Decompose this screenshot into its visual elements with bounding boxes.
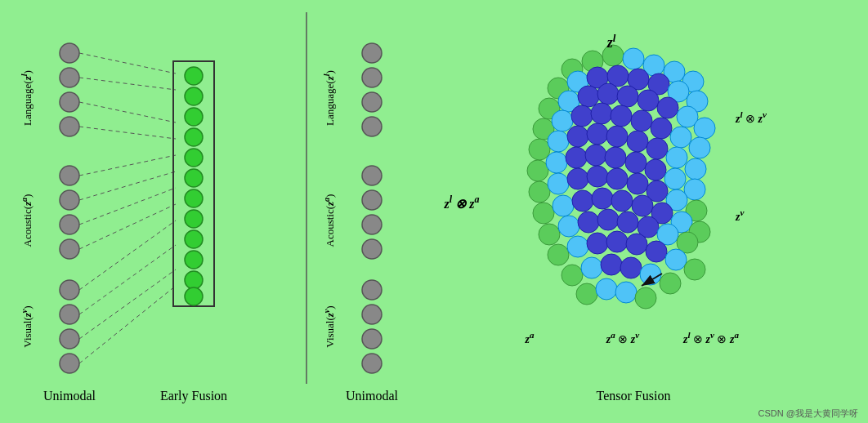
svg-point-33 bbox=[185, 128, 203, 146]
svg-point-138 bbox=[567, 236, 588, 257]
diagram-svg: Language(zl) Acoustic(za) Visual(zv) bbox=[0, 0, 868, 423]
svg-point-63 bbox=[623, 48, 644, 69]
svg-point-83 bbox=[694, 118, 715, 139]
svg-point-12 bbox=[60, 239, 79, 259]
svg-point-149 bbox=[640, 264, 661, 285]
svg-point-50 bbox=[362, 117, 382, 136]
svg-point-32 bbox=[185, 108, 203, 126]
svg-point-31 bbox=[185, 87, 203, 105]
svg-point-8 bbox=[60, 117, 79, 136]
svg-point-10 bbox=[60, 190, 79, 210]
svg-point-141 bbox=[626, 234, 647, 255]
svg-point-11 bbox=[60, 215, 79, 234]
svg-text:Unimodal: Unimodal bbox=[43, 389, 96, 403]
svg-point-91 bbox=[670, 127, 691, 148]
svg-point-36 bbox=[185, 189, 203, 207]
svg-point-39 bbox=[185, 251, 203, 269]
svg-point-9 bbox=[60, 166, 79, 185]
svg-point-16 bbox=[60, 354, 79, 373]
svg-point-125 bbox=[632, 195, 653, 216]
svg-point-107 bbox=[625, 152, 647, 173]
svg-point-85 bbox=[552, 110, 573, 131]
svg-point-14 bbox=[60, 305, 79, 324]
svg-text:Language(zl): Language(zl) bbox=[322, 70, 337, 126]
svg-point-151 bbox=[576, 283, 597, 305]
svg-point-57 bbox=[362, 329, 382, 349]
svg-point-51 bbox=[362, 166, 382, 185]
svg-point-40 bbox=[185, 271, 203, 289]
svg-point-90 bbox=[651, 118, 672, 139]
svg-text:zl
       ⊗ 
      za: zl ⊗ za bbox=[444, 194, 480, 211]
svg-point-99 bbox=[647, 138, 668, 159]
svg-point-129 bbox=[539, 224, 560, 245]
svg-point-130 bbox=[558, 216, 579, 237]
svg-point-106 bbox=[605, 147, 626, 168]
svg-point-142 bbox=[646, 241, 667, 262]
svg-point-131 bbox=[578, 212, 599, 233]
svg-point-102 bbox=[527, 160, 548, 181]
svg-point-146 bbox=[581, 257, 602, 278]
svg-point-94 bbox=[548, 131, 569, 152]
svg-point-47 bbox=[362, 43, 382, 63]
svg-point-80 bbox=[638, 90, 659, 111]
svg-point-88 bbox=[611, 105, 632, 127]
svg-point-87 bbox=[591, 103, 612, 124]
svg-point-147 bbox=[601, 254, 622, 275]
svg-text:Acoustic(za): Acoustic(za) bbox=[20, 194, 34, 247]
svg-point-79 bbox=[617, 86, 638, 107]
svg-point-143 bbox=[665, 249, 687, 270]
svg-point-154 bbox=[635, 287, 656, 309]
svg-point-111 bbox=[529, 181, 550, 203]
svg-point-115 bbox=[606, 168, 628, 189]
svg-point-53 bbox=[362, 215, 382, 234]
svg-point-150 bbox=[660, 273, 681, 294]
svg-point-122 bbox=[572, 190, 593, 212]
svg-point-148 bbox=[620, 257, 642, 278]
svg-point-54 bbox=[362, 239, 382, 259]
svg-point-5 bbox=[60, 43, 79, 63]
svg-text:Early Fusion: Early Fusion bbox=[160, 389, 227, 403]
svg-point-139 bbox=[587, 233, 608, 254]
svg-point-41 bbox=[185, 287, 203, 305]
svg-point-77 bbox=[578, 86, 599, 107]
svg-point-112 bbox=[548, 173, 569, 194]
svg-point-97 bbox=[606, 126, 628, 147]
svg-point-103 bbox=[546, 152, 567, 173]
svg-point-133 bbox=[617, 212, 638, 233]
svg-point-15 bbox=[60, 329, 79, 349]
svg-point-81 bbox=[657, 97, 678, 118]
svg-point-145 bbox=[562, 265, 583, 286]
svg-point-55 bbox=[362, 280, 382, 300]
svg-text:Acoustic(za): Acoustic(za) bbox=[322, 194, 337, 247]
svg-point-144 bbox=[684, 259, 705, 280]
svg-point-152 bbox=[596, 278, 617, 300]
svg-point-58 bbox=[362, 354, 382, 373]
svg-point-132 bbox=[597, 209, 619, 230]
svg-point-153 bbox=[615, 282, 637, 303]
svg-point-140 bbox=[606, 231, 628, 252]
svg-point-95 bbox=[567, 126, 588, 147]
svg-point-56 bbox=[362, 305, 382, 324]
svg-point-109 bbox=[664, 168, 686, 189]
svg-point-7 bbox=[60, 92, 79, 112]
svg-point-6 bbox=[60, 68, 79, 87]
main-container: Language(zl) Acoustic(za) Visual(zv) bbox=[0, 0, 868, 423]
svg-point-123 bbox=[592, 188, 613, 209]
svg-point-49 bbox=[362, 92, 382, 112]
svg-point-100 bbox=[666, 147, 687, 168]
svg-point-93 bbox=[529, 139, 550, 160]
svg-point-35 bbox=[185, 169, 203, 187]
svg-point-137 bbox=[548, 244, 569, 265]
svg-point-105 bbox=[585, 145, 606, 166]
svg-point-104 bbox=[566, 147, 587, 168]
svg-point-48 bbox=[362, 68, 382, 87]
svg-point-113 bbox=[567, 168, 588, 189]
svg-point-89 bbox=[631, 110, 652, 131]
svg-point-37 bbox=[185, 210, 203, 228]
svg-point-121 bbox=[553, 195, 574, 216]
svg-point-86 bbox=[571, 105, 593, 127]
svg-text:Unimodal: Unimodal bbox=[346, 389, 399, 403]
svg-point-124 bbox=[611, 190, 633, 212]
svg-point-101 bbox=[685, 158, 706, 180]
svg-text:Language(zl): Language(zl) bbox=[20, 70, 34, 126]
